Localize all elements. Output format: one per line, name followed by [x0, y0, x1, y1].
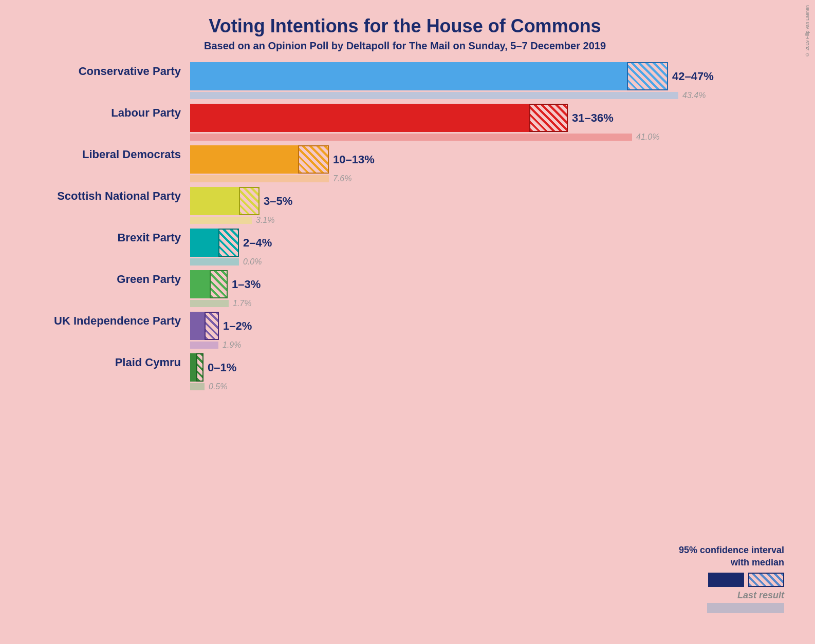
party-row: Conservative Party42–47%43.4% [31, 62, 800, 100]
range-label: 1–3% [232, 278, 261, 291]
confidence-bar [190, 217, 252, 224]
bar-main-row: 10–13% [190, 145, 800, 174]
bar-main-row: 3–5% [190, 187, 800, 215]
confidence-bar [190, 175, 329, 182]
party-row: Plaid Cymru0–1%0.5% [31, 353, 800, 391]
chart-title: Voting Intentions for the House of Commo… [10, 15, 800, 37]
last-result-value: 1.9% [223, 341, 241, 349]
range-label: 2–4% [243, 236, 272, 250]
party-row: Labour Party31–36%41.0% [31, 104, 800, 141]
legend-last-bar [707, 603, 784, 613]
party-label: Conservative Party [31, 62, 190, 78]
bar-main-row: 42–47% [190, 62, 800, 90]
bar-wrapper: 1–2%1.9% [190, 312, 800, 349]
bar-hatched [205, 312, 219, 340]
confidence-row: 41.0% [190, 133, 800, 141]
range-label: 3–5% [264, 195, 292, 208]
bar-hatched [218, 229, 239, 257]
bar-solid [190, 104, 529, 132]
confidence-bar [190, 258, 239, 266]
bar-solid [190, 312, 205, 340]
confidence-row: 7.6% [190, 175, 800, 183]
confidence-bar [190, 92, 678, 99]
confidence-row: 3.1% [190, 216, 800, 224]
range-label: 1–2% [223, 319, 252, 333]
bar-wrapper: 2–4%0.0% [190, 229, 800, 266]
party-label: Brexit Party [31, 229, 190, 244]
party-label: Labour Party [31, 104, 190, 120]
bar-solid [190, 187, 239, 215]
confidence-row: 43.4% [190, 91, 800, 100]
range-label: 42–47% [672, 70, 714, 83]
chart-subtitle: Based on an Opinion Poll by Deltapoll fo… [10, 40, 800, 52]
bars-area: Conservative Party42–47%43.4%Labour Part… [10, 62, 800, 391]
bar-hatched [210, 270, 228, 298]
confidence-row: 0.5% [190, 383, 800, 391]
last-result-value: 3.1% [256, 216, 274, 224]
confidence-bar [190, 383, 205, 390]
legend-hatch-bar [748, 573, 784, 587]
party-label: Plaid Cymru [31, 353, 190, 369]
confidence-row: 1.7% [190, 299, 800, 308]
bar-hatched [298, 145, 329, 174]
last-result-value: 1.7% [233, 299, 251, 308]
range-label: 10–13% [333, 153, 375, 166]
bar-main-row: 31–36% [190, 104, 800, 132]
bar-hatched [627, 62, 668, 90]
party-label: Green Party [31, 270, 190, 286]
confidence-bar [190, 342, 218, 349]
bar-wrapper: 31–36%41.0% [190, 104, 800, 141]
bar-main-row: 0–1% [190, 353, 800, 382]
bar-main-row: 2–4% [190, 229, 800, 257]
last-result-value: 43.4% [682, 91, 706, 100]
legend-items [708, 573, 784, 587]
party-row: UK Independence Party1–2%1.9% [31, 312, 800, 349]
party-label: Scottish National Party [31, 187, 190, 203]
bar-main-row: 1–3% [190, 270, 800, 298]
last-result-value: 0.5% [209, 383, 227, 391]
confidence-row: 0.0% [190, 258, 800, 266]
range-label: 0–1% [208, 361, 236, 374]
party-row: Brexit Party2–4%0.0% [31, 229, 800, 266]
last-result-value: 7.6% [333, 175, 351, 183]
range-label: 31–36% [572, 111, 614, 125]
confidence-row: 1.9% [190, 341, 800, 349]
party-label: Liberal Democrats [31, 145, 190, 161]
copyright-text: © 2019 Filip van Laenen [805, 5, 810, 57]
last-result-value: 0.0% [243, 258, 262, 266]
bar-solid [190, 353, 196, 382]
confidence-bar [190, 134, 632, 141]
chart-container: © 2019 Filip van Laenen Voting Intention… [0, 0, 815, 644]
bar-hatched [529, 104, 568, 132]
bar-main-row: 1–2% [190, 312, 800, 340]
party-row: Green Party1–3%1.7% [31, 270, 800, 308]
confidence-bar [190, 300, 229, 307]
bar-wrapper: 0–1%0.5% [190, 353, 800, 391]
party-row: Scottish National Party3–5%3.1% [31, 187, 800, 224]
party-row: Liberal Democrats10–13%7.6% [31, 145, 800, 183]
legend-solid-bar [708, 573, 744, 587]
bar-solid [190, 229, 218, 257]
bar-solid [190, 145, 298, 174]
legend-title: 95% confidence intervalwith median [679, 544, 784, 569]
bar-wrapper: 10–13%7.6% [190, 145, 800, 183]
bar-hatched [239, 187, 260, 215]
bar-solid [190, 62, 627, 90]
bar-hatched [196, 353, 203, 382]
bar-wrapper: 3–5%3.1% [190, 187, 800, 224]
last-result-value: 41.0% [636, 133, 659, 141]
party-label: UK Independence Party [31, 312, 190, 328]
legend-box: 95% confidence intervalwith median Last … [679, 544, 784, 613]
bar-wrapper: 42–47%43.4% [190, 62, 800, 100]
legend-last-result: Last result [737, 590, 784, 601]
bar-solid [190, 270, 210, 298]
bar-wrapper: 1–3%1.7% [190, 270, 800, 308]
